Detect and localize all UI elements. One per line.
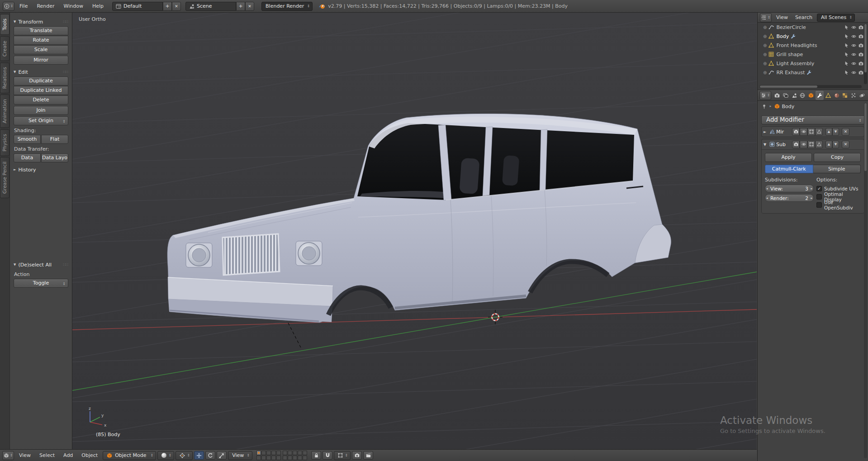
- delete-scene-button[interactable]: [245, 2, 254, 11]
- delete-button[interactable]: Delete: [14, 95, 68, 105]
- scale-button[interactable]: Scale: [14, 45, 68, 54]
- restrict-render-camera-icon[interactable]: [859, 61, 863, 66]
- modifier-move-down-button[interactable]: ▼: [832, 141, 839, 148]
- panel-header-edit[interactable]: Edit: [14, 67, 68, 76]
- tab-object-data[interactable]: [824, 91, 832, 100]
- snap-toggle-button[interactable]: [323, 451, 332, 460]
- outliner-item-grill-shape[interactable]: Grill shape: [758, 50, 868, 59]
- apply-modifier-button[interactable]: Apply: [765, 153, 812, 162]
- layer-toggle[interactable]: [266, 456, 271, 460]
- render-subdivisions-field[interactable]: Render: 2: [765, 194, 814, 202]
- modifier-cage-toggle[interactable]: [815, 141, 823, 148]
- menu-select[interactable]: Select: [36, 450, 58, 461]
- modifier-name[interactable]: Sub: [776, 142, 790, 147]
- restrict-render-camera-icon[interactable]: [859, 34, 863, 39]
- tab-scene[interactable]: [790, 91, 798, 100]
- layer-toggle[interactable]: [303, 451, 307, 455]
- modifier-move-up-button[interactable]: ▲: [825, 141, 832, 148]
- translate-button[interactable]: Translate: [14, 26, 68, 35]
- properties-scrollbar[interactable]: [864, 103, 867, 458]
- layer-toggle[interactable]: [293, 456, 297, 460]
- panel-grip-icon[interactable]: [63, 262, 68, 267]
- outliner-menu-search[interactable]: Search: [792, 13, 815, 23]
- restrict-select-icon[interactable]: [844, 25, 849, 30]
- duplicate-linked-button[interactable]: Duplicate Linked: [14, 86, 68, 95]
- expand-icon[interactable]: [763, 61, 767, 67]
- tab-particles[interactable]: [849, 91, 858, 100]
- pivot-point-select[interactable]: [175, 451, 193, 460]
- outliner-item-light-assembly[interactable]: Light Assembly: [758, 59, 868, 68]
- expand-icon[interactable]: [763, 70, 767, 76]
- editor-type-properties-button[interactable]: [759, 91, 771, 100]
- modifier-move-up-button[interactable]: ▲: [825, 128, 832, 136]
- checkbox-optimal-display[interactable]: [816, 194, 822, 200]
- tab-grease-pencil[interactable]: Grease Pencil: [0, 157, 9, 198]
- car-model[interactable]: [167, 114, 671, 348]
- layer-toggle[interactable]: [288, 451, 292, 455]
- copy-modifier-button[interactable]: Copy: [814, 153, 861, 162]
- expand-toggle-icon[interactable]: [764, 143, 768, 147]
- layer-toggle[interactable]: [261, 456, 266, 460]
- layer-toggle[interactable]: [298, 456, 302, 460]
- outliner-menu-view[interactable]: View: [773, 13, 791, 23]
- delete-screen-layout-button[interactable]: [172, 2, 181, 11]
- checkbox-use-opensubdiv[interactable]: [816, 202, 822, 208]
- restrict-view-eye-icon[interactable]: [851, 61, 856, 66]
- modifier-view-toggle[interactable]: [800, 128, 807, 136]
- outliner-display-filter-select[interactable]: All Scenes: [817, 14, 855, 22]
- opengl-render-image-button[interactable]: [352, 451, 362, 460]
- tab-render-layers[interactable]: [782, 91, 790, 100]
- 3d-viewport-canvas[interactable]: User Ortho x y z (85) Body: [72, 13, 757, 449]
- tab-create[interactable]: Create: [0, 36, 9, 61]
- lock-to-scene-button[interactable]: [311, 451, 321, 460]
- restrict-view-eye-icon[interactable]: [851, 34, 856, 39]
- manipulator-rotate-button[interactable]: [205, 451, 215, 460]
- view-subdivisions-field[interactable]: View: 3: [765, 185, 814, 192]
- join-button[interactable]: Join: [14, 106, 68, 115]
- layer-toggle[interactable]: [283, 456, 287, 460]
- outliner-vertical-scrollbar[interactable]: [864, 24, 867, 84]
- modifier-editmode-toggle[interactable]: [807, 141, 815, 148]
- panel-grip-icon[interactable]: [63, 70, 68, 74]
- tab-world[interactable]: [798, 91, 806, 100]
- modifier-name[interactable]: Mir: [776, 129, 790, 135]
- outliner-item-beziercircle[interactable]: BezierCircle: [758, 23, 868, 32]
- layer-toggle[interactable]: [261, 451, 266, 455]
- rotate-button[interactable]: Rotate: [14, 36, 68, 45]
- editor-type-info-button[interactable]: [3, 2, 14, 11]
- layer-toggle[interactable]: [288, 456, 292, 460]
- menu-render[interactable]: Render: [33, 0, 58, 13]
- layer-toggle[interactable]: [256, 456, 261, 460]
- expand-icon[interactable]: [763, 24, 767, 30]
- transfer-data-button[interactable]: Data: [14, 153, 41, 162]
- modifier-move-down-button[interactable]: ▼: [832, 128, 839, 136]
- tab-relations[interactable]: Relations: [0, 62, 9, 93]
- shade-smooth-button[interactable]: Smooth: [14, 135, 41, 144]
- menu-object[interactable]: Object: [78, 450, 101, 461]
- restrict-view-eye-icon[interactable]: [851, 43, 856, 48]
- layer-toggle[interactable]: [276, 456, 281, 460]
- screen-layout-field[interactable]: Default: [112, 2, 163, 11]
- restrict-view-eye-icon[interactable]: [851, 25, 856, 30]
- layer-toggle[interactable]: [266, 451, 271, 455]
- menu-file[interactable]: File: [15, 0, 32, 13]
- restrict-render-camera-icon[interactable]: [859, 43, 863, 48]
- add-modifier-button[interactable]: Add Modifier: [761, 115, 865, 124]
- menu-help[interactable]: Help: [88, 0, 108, 13]
- subdivision-type-simple[interactable]: Simple: [813, 165, 861, 173]
- set-origin-menu[interactable]: Set Origin: [14, 116, 68, 125]
- subdivision-type-catmull-clark[interactable]: Catmull-Clark: [765, 165, 813, 173]
- expand-icon[interactable]: [763, 33, 767, 39]
- outliner-item-rr-exhaust[interactable]: RR Exhaust: [758, 68, 868, 77]
- editor-type-outliner-button[interactable]: [760, 13, 772, 22]
- restrict-render-camera-icon[interactable]: [859, 70, 863, 75]
- mode-select[interactable]: Object Mode: [103, 451, 156, 460]
- manipulator-translate-button[interactable]: [194, 451, 204, 460]
- layer-toggle[interactable]: [283, 451, 287, 455]
- manipulator-scale-button[interactable]: [217, 451, 227, 460]
- layer-toggle[interactable]: [271, 451, 276, 455]
- outliner-item-body[interactable]: Body: [758, 32, 868, 41]
- modifier-render-toggle[interactable]: [792, 141, 800, 148]
- panel-grip-icon[interactable]: [63, 19, 68, 24]
- mirror-button[interactable]: Mirror: [14, 56, 68, 65]
